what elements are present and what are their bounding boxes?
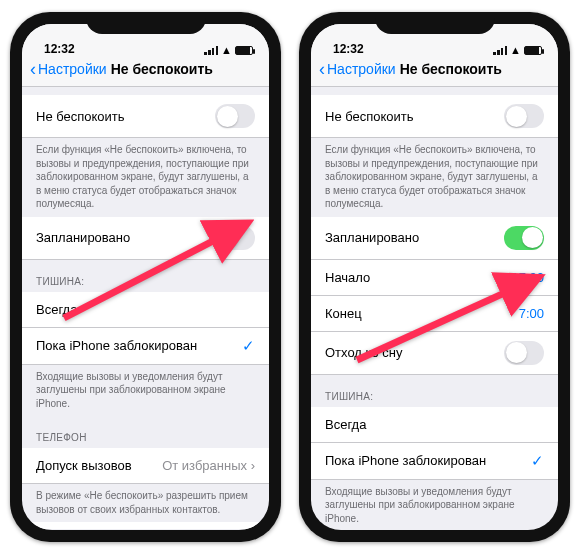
nav-bar: ‹ Настройки Не беспокоить	[311, 56, 558, 87]
notch	[86, 12, 206, 34]
dnd-toggle[interactable]	[215, 104, 255, 128]
silence-header: ТИШИНА:	[22, 260, 269, 292]
dnd-label: Не беспокоить	[36, 109, 125, 124]
dnd-note: Если функция «Не беспокоить» включена, т…	[311, 138, 558, 217]
scheduled-row[interactable]: Запланировано	[311, 217, 558, 260]
dnd-row[interactable]: Не беспокоить	[311, 95, 558, 138]
chevron-left-icon: ‹	[319, 60, 325, 78]
status-right: ▲	[493, 44, 542, 56]
screen-left: 12:32 ▲ ‹ Настройки Не беспокоить Не бес…	[22, 24, 269, 530]
scheduled-label: Запланировано	[36, 230, 130, 245]
scheduled-toggle[interactable]	[215, 226, 255, 250]
status-time: 12:32	[333, 42, 364, 56]
silence-always-row[interactable]: Всегда	[22, 292, 269, 328]
silence-header: ТИШИНА:	[311, 375, 558, 407]
silence-always-label: Всегда	[36, 302, 77, 317]
signal-icon	[204, 46, 218, 55]
settings-list[interactable]: Не беспокоить Если функция «Не беспокоит…	[311, 87, 558, 529]
end-label: Конец	[325, 306, 362, 321]
end-value: 7:00	[519, 306, 544, 321]
silence-locked-row[interactable]: Пока iPhone заблокирован ✓	[311, 443, 558, 480]
allow-calls-value: От избранных ›	[162, 458, 255, 473]
wifi-icon: ▲	[221, 44, 232, 56]
bedtime-label: Отход ко сну	[325, 345, 402, 360]
status-time: 12:32	[44, 42, 75, 56]
allow-calls-note: В режиме «Не беспокоить» разрешить прием…	[22, 484, 269, 522]
scheduled-row[interactable]: Запланировано	[22, 217, 269, 260]
scheduled-label: Запланировано	[325, 230, 419, 245]
dnd-note: Если функция «Не беспокоить» включена, т…	[22, 138, 269, 217]
dnd-label: Не беспокоить	[325, 109, 414, 124]
silence-note: Входящие вызовы и уведомления будут загл…	[22, 365, 269, 417]
phone-right: 12:32 ▲ ‹ Настройки Не беспокоить Не бес…	[299, 12, 570, 542]
silence-locked-row[interactable]: Пока iPhone заблокирован ✓	[22, 328, 269, 365]
back-label: Настройки	[38, 61, 107, 77]
start-time-row[interactable]: Начало 17:00	[311, 260, 558, 296]
nav-title: Не беспокоить	[111, 61, 213, 77]
back-button[interactable]: ‹ Настройки	[319, 60, 396, 78]
battery-icon	[524, 46, 542, 55]
status-right: ▲	[204, 44, 253, 56]
silence-locked-label: Пока iPhone заблокирован	[36, 338, 197, 353]
notch	[375, 12, 495, 34]
chevron-left-icon: ‹	[30, 60, 36, 78]
bedtime-toggle[interactable]	[504, 341, 544, 365]
silence-note: Входящие вызовы и уведомления будут загл…	[311, 480, 558, 530]
back-label: Настройки	[327, 61, 396, 77]
start-label: Начало	[325, 270, 370, 285]
battery-icon	[235, 46, 253, 55]
end-time-row[interactable]: Конец 7:00	[311, 296, 558, 332]
phone-left: 12:32 ▲ ‹ Настройки Не беспокоить Не бес…	[10, 12, 281, 542]
silence-always-label: Всегда	[325, 417, 366, 432]
signal-icon	[493, 46, 507, 55]
checkmark-icon: ✓	[242, 337, 255, 355]
repeat-calls-row[interactable]: Повторные вызовы	[22, 522, 269, 529]
nav-bar: ‹ Настройки Не беспокоить	[22, 56, 269, 87]
checkmark-icon: ✓	[531, 452, 544, 470]
dnd-row[interactable]: Не беспокоить	[22, 95, 269, 138]
silence-always-row[interactable]: Всегда	[311, 407, 558, 443]
dnd-toggle[interactable]	[504, 104, 544, 128]
nav-title: Не беспокоить	[400, 61, 502, 77]
phone-header: ТЕЛЕФОН	[22, 416, 269, 448]
allow-calls-row[interactable]: Допуск вызовов От избранных ›	[22, 448, 269, 484]
wifi-icon: ▲	[510, 44, 521, 56]
settings-list[interactable]: Не беспокоить Если функция «Не беспокоит…	[22, 87, 269, 529]
allow-calls-label: Допуск вызовов	[36, 458, 132, 473]
bedtime-row[interactable]: Отход ко сну	[311, 332, 558, 375]
screen-right: 12:32 ▲ ‹ Настройки Не беспокоить Не бес…	[311, 24, 558, 530]
back-button[interactable]: ‹ Настройки	[30, 60, 107, 78]
start-value: 17:00	[511, 270, 544, 285]
scheduled-toggle[interactable]	[504, 226, 544, 250]
silence-locked-label: Пока iPhone заблокирован	[325, 453, 486, 468]
